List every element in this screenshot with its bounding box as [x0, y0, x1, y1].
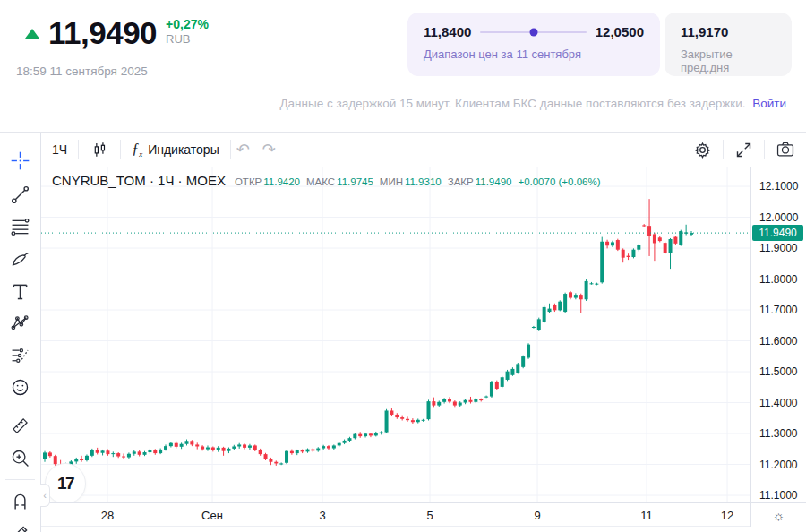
price-header: 11,9490 +0,27% RUB [25, 14, 209, 52]
candlestick-chart[interactable] [41, 167, 750, 502]
price-axis-label: 11.7000 [759, 304, 798, 316]
time-axis-label: 3 [319, 509, 325, 522]
quote-timestamp: 18:59 11 сентября 2025 [16, 64, 148, 78]
price-axis-label: 11.9000 [759, 242, 798, 254]
price-axis-label: 11.6000 [759, 335, 798, 348]
fib-retracement-tool[interactable] [5, 211, 36, 242]
chart-toolbar: 1Ч ƒx Индикаторы ↶ ↷ [41, 133, 806, 167]
drawing-toolbar [0, 133, 41, 532]
change-percent: +0,27% [166, 17, 209, 31]
time-axis-label: 11 [640, 509, 653, 522]
time-axis-label: 9 [534, 509, 540, 522]
price-axis-label: 11.4000 [759, 397, 798, 409]
redo-arrow-icon[interactable]: ↷ [257, 140, 281, 159]
price-axis-label: 11.3000 [759, 427, 798, 440]
candles-icon [90, 140, 109, 159]
snapshot-button[interactable] [765, 137, 806, 162]
drawing-pencil-tool[interactable] [5, 518, 36, 532]
sidebar-divider [5, 479, 35, 480]
magnet-tool[interactable] [5, 485, 36, 516]
delay-notice-text: Данные с задержкой 15 минут. Клиентам БК… [279, 97, 745, 110]
price-axis-label: 12.1000 [759, 180, 798, 193]
fib-lines-icon [9, 216, 31, 238]
chart-plot-area[interactable]: CNYRUB_TOM · 1Ч · MOEX ОТКР11.9420 МАКС1… [41, 167, 750, 502]
zoom-in-tool[interactable] [5, 442, 36, 473]
time-axis[interactable]: 28Сен3591112 [41, 502, 750, 527]
magnet-icon [9, 490, 31, 512]
text-tool[interactable] [5, 276, 36, 306]
text-icon [9, 280, 31, 303]
chart-type-button[interactable] [79, 137, 120, 162]
price-axis-label: 11.5000 [759, 365, 798, 378]
legend-symbol[interactable]: CNYRUB_TOM · 1Ч · MOEX [52, 173, 226, 188]
zoom-in-icon [9, 447, 31, 469]
smiley-emoji-icon [9, 376, 31, 399]
prev-close-card: 11,9170 Закрытие пред.дня [665, 13, 792, 76]
range-card-label: Диапазон цен за 11 сентября [424, 47, 644, 61]
legend-high: МАКС11.9745 [306, 176, 373, 187]
axis-settings-icon[interactable]: ☼ [750, 502, 806, 527]
legend-close: ЗАКР11.9490 [448, 176, 512, 187]
emoji-tool[interactable] [5, 372, 36, 402]
range-low: 11,8400 [424, 24, 471, 39]
fx-function-icon: ƒx [132, 141, 142, 159]
trend-line-tool[interactable] [5, 179, 36, 210]
last-price: 11,9490 [48, 14, 157, 52]
legend-low: МИН11.9310 [380, 176, 442, 187]
fullscreen-button[interactable] [724, 137, 764, 162]
crosshair-icon [9, 150, 31, 172]
price-axis-label: 11.1000 [759, 489, 798, 502]
chart-settings-button[interactable] [682, 137, 723, 162]
ruler-icon [9, 415, 31, 437]
brush-icon [9, 248, 31, 270]
price-axis-label: 11.8000 [759, 273, 798, 286]
settings-gear-icon [693, 141, 712, 159]
crosshair-tool[interactable] [5, 145, 36, 176]
price-axis-label: 12.0000 [759, 211, 798, 224]
prev-close-label: Закрытие пред.дня [681, 47, 776, 74]
range-high: 12,0500 [596, 24, 644, 39]
tradingview-logo[interactable]: 17 [45, 463, 86, 502]
projection-icon [9, 344, 31, 366]
price-axis-label: 11.2000 [759, 459, 798, 471]
login-link[interactable]: Войти [752, 97, 786, 110]
undo-arrow-icon[interactable]: ↶ [231, 140, 255, 159]
measure-ruler-tool[interactable] [5, 410, 36, 441]
camera-snapshot-icon [776, 140, 795, 159]
pencil-icon [9, 522, 31, 532]
xabcd-pattern-icon [9, 312, 31, 334]
legend-open: ОТКР11.9420 [235, 176, 300, 187]
indicators-button[interactable]: ƒx Индикаторы [121, 137, 230, 162]
delay-notice: Данные с задержкой 15 минут. Клиентам БК… [279, 97, 786, 110]
projection-tool[interactable] [5, 339, 36, 370]
triangle-up-icon [25, 29, 39, 39]
legend-change: +0.0070 (+0.06%) [518, 176, 600, 187]
sidebar-collapse-handle[interactable]: ‹ [40, 484, 50, 507]
current-price-badge: 11.9490 [752, 225, 803, 241]
range-slider [480, 31, 586, 33]
trend-line-icon [9, 184, 31, 206]
currency-label: RUB [166, 32, 209, 46]
indicators-label: Индикаторы [148, 142, 219, 157]
time-axis-label: 12 [721, 509, 733, 522]
fullscreen-expand-icon [734, 141, 753, 159]
interval-button[interactable]: 1Ч [41, 137, 78, 162]
chart-legend: CNYRUB_TOM · 1Ч · MOEX ОТКР11.9420 МАКС1… [52, 173, 601, 188]
brush-tool[interactable] [5, 244, 36, 274]
time-axis-label: 28 [101, 509, 114, 522]
day-range-card: 11,8400 12,0500 Диапазон цен за 11 сентя… [407, 13, 660, 76]
chart-widget: 1Ч ƒx Индикаторы ↶ ↷ [0, 132, 806, 532]
quote-page: 11,9490 +0,27% RUB 18:59 11 сентября 202… [0, 0, 806, 532]
time-axis-label: Сен [202, 509, 223, 522]
prev-close-value: 11,9170 [681, 24, 776, 39]
time-axis-label: 5 [426, 509, 433, 522]
price-axis[interactable]: 12.100012.000011.900011.800011.700011.60… [750, 167, 806, 502]
xabcd-pattern-tool[interactable] [5, 307, 36, 338]
range-current-dot [529, 28, 537, 36]
